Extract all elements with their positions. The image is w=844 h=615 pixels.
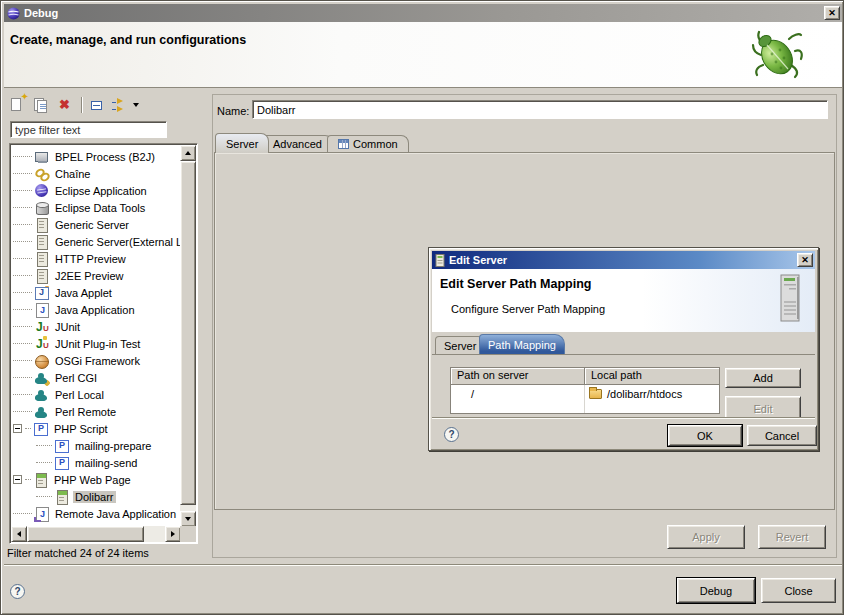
- filter-arrow-icon: [117, 98, 123, 104]
- tree-item[interactable]: BPEL Process (B2J): [11, 148, 181, 165]
- vertical-scroll-thumb[interactable]: [180, 161, 196, 505]
- php-web-page-icon: [33, 472, 49, 488]
- dialog-titlebar: Edit Server ✕: [432, 251, 815, 269]
- add-mapping-button[interactable]: Add: [725, 368, 801, 388]
- tab-server[interactable]: Server: [215, 133, 269, 153]
- name-label: Name:: [217, 105, 249, 117]
- tree-item[interactable]: PHP Script: [11, 420, 181, 437]
- dialog-close-button[interactable]: ✕: [797, 253, 813, 267]
- dialog-tab-path-mapping[interactable]: Path Mapping: [479, 334, 565, 354]
- tree-item[interactable]: Remote Java Application: [11, 505, 181, 522]
- delete-configuration-button[interactable]: ✖: [55, 95, 77, 115]
- tree-item[interactable]: OSGi Framework: [11, 352, 181, 369]
- window-close-button[interactable]: ✕: [824, 6, 840, 20]
- dialog-heading: Edit Server Path Mapping: [440, 277, 591, 291]
- filter-lines-icon: [112, 102, 116, 103]
- osgi-framework-icon: [34, 353, 50, 369]
- tree-item[interactable]: PHP Web Page: [11, 471, 181, 488]
- path-mapping-table: Path on server Local path / /dolibarr/ht…: [450, 367, 720, 414]
- dialog-button-bar: ? OK Cancel: [432, 417, 815, 447]
- table-icon: [338, 139, 349, 149]
- revert-button[interactable]: Revert: [758, 525, 826, 549]
- server-tower-icon: [775, 273, 805, 325]
- tree-item[interactable]: mailing-send: [11, 454, 181, 471]
- ok-button[interactable]: OK: [668, 425, 742, 446]
- scroll-down-button[interactable]: [180, 511, 196, 527]
- horizontal-scroll-thumb[interactable]: [27, 526, 144, 542]
- filter-input[interactable]: [10, 121, 167, 138]
- close-button[interactable]: Close: [761, 578, 836, 603]
- name-input[interactable]: [252, 100, 828, 119]
- table-header-row: Path on server Local path: [451, 368, 719, 385]
- tab-common[interactable]: Common: [327, 135, 409, 152]
- path-on-server-cell: /: [451, 385, 585, 402]
- tree-viewport: BPEL Process (B2J) Chaîne Eclipse Applic…: [11, 145, 181, 527]
- debug-button[interactable]: Debug: [677, 578, 755, 603]
- window-titlebar: Debug ✕: [4, 4, 842, 22]
- duplicate-configuration-button[interactable]: [31, 95, 53, 115]
- tree-item[interactable]: Perl Remote: [11, 403, 181, 420]
- bpel-process-icon: [34, 149, 50, 165]
- tree-item[interactable]: Generic Server(External La: [11, 233, 181, 250]
- column-local-path[interactable]: Local path: [585, 368, 720, 385]
- java-application-icon: [34, 302, 50, 318]
- footer-separator: [4, 564, 842, 566]
- tree-item[interactable]: Eclipse Application: [11, 182, 181, 199]
- junit-plugin-icon: [34, 336, 50, 352]
- delete-icon: ✖: [59, 97, 70, 112]
- new-star-icon: ✦: [21, 92, 29, 102]
- j2ee-preview-icon: [34, 268, 50, 284]
- dialog-tabbar: Server Path Mapping: [432, 332, 815, 354]
- scroll-left-button[interactable]: [11, 526, 27, 542]
- tree-vertical-scrollbar[interactable]: [180, 145, 196, 527]
- column-path-on-server[interactable]: Path on server: [451, 368, 585, 385]
- dialog-subheading: Configure Server Path Mapping: [451, 303, 605, 315]
- cancel-button[interactable]: Cancel: [747, 425, 817, 446]
- scroll-up-button[interactable]: [180, 145, 196, 161]
- configuration-tree: BPEL Process (B2J) Chaîne Eclipse Applic…: [9, 143, 198, 544]
- debug-configurations-window: Debug ✕ Create, manage, and run configur…: [0, 0, 844, 615]
- tree-item[interactable]: mailing-prepare: [11, 437, 181, 454]
- table-row[interactable]: / /dolibarr/htdocs: [451, 385, 719, 402]
- help-button[interactable]: ?: [10, 584, 25, 599]
- debug-bug-icon: [750, 24, 804, 82]
- dialog-header: Edit Server Path Mapping Configure Serve…: [432, 269, 815, 332]
- tree-item[interactable]: Java Applet: [11, 284, 181, 301]
- dialog-title: Edit Server: [449, 254, 507, 266]
- data-tools-icon: [34, 200, 50, 216]
- collapse-toggle[interactable]: [13, 475, 22, 484]
- copy-lines-icon: [40, 104, 46, 105]
- tree-item[interactable]: JUnit: [11, 318, 181, 335]
- collapse-toggle[interactable]: [13, 424, 22, 433]
- tab-advanced[interactable]: Advanced: [262, 135, 333, 152]
- tree-horizontal-scrollbar[interactable]: [11, 526, 181, 542]
- tree-item[interactable]: Java Application: [11, 301, 181, 318]
- apply-button[interactable]: Apply: [667, 525, 745, 549]
- chevron-down-icon: [133, 103, 139, 107]
- tree-item[interactable]: J2EE Preview: [11, 267, 181, 284]
- generic-server-icon: [34, 234, 50, 250]
- tree-item[interactable]: Perl CGI: [11, 369, 181, 386]
- tree-item[interactable]: JUnit Plug-in Test: [11, 335, 181, 352]
- dialog-help-button[interactable]: ?: [444, 427, 459, 442]
- tree-item[interactable]: Generic Server: [11, 216, 181, 233]
- toolbar-separator: [81, 97, 83, 113]
- collapse-all-button[interactable]: [86, 95, 108, 115]
- filter-status-text: Filter matched 24 of 24 items: [7, 547, 149, 559]
- tree-item-selected[interactable]: Dolibarr: [11, 488, 181, 505]
- toolbar-menu-button[interactable]: [131, 95, 143, 115]
- tree-item[interactable]: Chaîne: [11, 165, 181, 182]
- tree-item[interactable]: Eclipse Data Tools: [11, 199, 181, 216]
- junit-icon: [34, 319, 50, 335]
- new-configuration-button[interactable]: ✦: [7, 95, 29, 115]
- scroll-right-button[interactable]: [165, 526, 181, 542]
- php-file-icon: [54, 438, 70, 454]
- filter-launch-configs-button[interactable]: [109, 95, 131, 115]
- dialog-tab-server[interactable]: Server: [435, 336, 485, 354]
- remote-java-icon: [34, 506, 50, 522]
- php-web-page-icon: [54, 489, 70, 505]
- tree-item[interactable]: Perl Local: [11, 386, 181, 403]
- perl-cgi-icon: [34, 370, 50, 386]
- eclipse-icon: [7, 7, 20, 20]
- tree-item[interactable]: HTTP Preview: [11, 250, 181, 267]
